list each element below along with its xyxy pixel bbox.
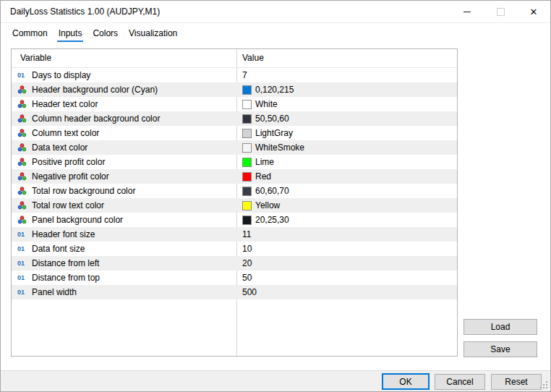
color-swatch: [242, 114, 252, 124]
value-text: Lime: [255, 155, 274, 169]
variable-label: Distance from left: [32, 256, 99, 270]
table-row[interactable]: Header text colorWhite: [12, 97, 457, 111]
titlebar: DailyLoss Statistics 1.00 (AUDJPY,M1) ✕: [1, 1, 550, 23]
color-input-icon: [17, 114, 28, 123]
number-input-icon: 01: [17, 256, 28, 270]
table-row[interactable]: 01Distance from top50: [12, 270, 457, 285]
ok-button[interactable]: OK: [382, 373, 430, 390]
variable-cell: 01Distance from left: [12, 256, 236, 270]
value-text: 7: [242, 68, 247, 82]
value-cell[interactable]: 500: [237, 285, 457, 299]
table-row[interactable]: 01Distance from left20: [12, 256, 457, 270]
color-input-icon: [17, 187, 28, 195]
color-input-icon: [17, 201, 28, 210]
minimize-button[interactable]: [450, 1, 484, 22]
color-input-icon: [17, 100, 28, 108]
variable-cell: Data text color: [12, 140, 236, 155]
variable-cell: 01Distance from top: [12, 270, 236, 285]
variable-cell: 01Days to display: [12, 68, 236, 82]
resize-grip-icon[interactable]: [539, 380, 548, 389]
table-row[interactable]: 01Days to display7: [12, 68, 457, 82]
table-row[interactable]: Header background color (Cyan)0,120,215: [12, 82, 457, 97]
reset-button[interactable]: Reset: [491, 374, 542, 390]
value-text: 11: [242, 227, 251, 242]
value-cell[interactable]: 20,25,30: [237, 213, 457, 227]
tab-common[interactable]: Common: [11, 28, 49, 42]
column-header-value: Value: [242, 49, 264, 67]
table-row[interactable]: Positive profit colorLime: [12, 155, 457, 169]
value-cell[interactable]: Red: [237, 169, 457, 184]
variable-label: Days to display: [32, 68, 90, 82]
table-row[interactable]: 01Data font size10: [12, 242, 457, 256]
variable-label: Distance from top: [32, 270, 100, 285]
load-button[interactable]: Load: [464, 319, 537, 335]
number-input-icon: 01: [17, 227, 28, 242]
value-cell[interactable]: LightGray: [237, 126, 457, 140]
table-row[interactable]: Column header background color50,50,60: [12, 111, 457, 126]
number-input-icon: 01: [17, 242, 28, 256]
value-cell[interactable]: 50: [237, 270, 457, 285]
value-cell[interactable]: 50,50,60: [237, 111, 457, 126]
table-row[interactable]: Panel background color20,25,30: [12, 213, 457, 227]
color-input-icon: [17, 172, 28, 181]
color-input-icon: [17, 143, 28, 152]
value-cell[interactable]: 11: [237, 227, 457, 242]
color-input-icon: [17, 129, 28, 137]
value-text: White: [255, 97, 278, 111]
variable-label: Total row text color: [32, 198, 104, 213]
value-text: 50,50,60: [255, 111, 289, 126]
close-button[interactable]: ✕: [517, 1, 550, 22]
table-row[interactable]: 01Header font size11: [12, 227, 457, 242]
value-cell[interactable]: Yellow: [237, 198, 457, 213]
variable-cell: Negative profit color: [12, 169, 236, 184]
value-cell[interactable]: 10: [237, 242, 457, 256]
color-input-icon: [17, 85, 28, 94]
value-text: 500: [242, 285, 257, 299]
value-cell[interactable]: White: [237, 97, 457, 111]
table-row[interactable]: Column text colorLightGray: [12, 126, 457, 140]
number-input-icon: 01: [17, 285, 28, 299]
variable-cell: Total row text color: [12, 198, 236, 213]
tab-colors[interactable]: Colors: [91, 28, 119, 42]
variable-cell: Header background color (Cyan): [12, 82, 236, 97]
color-swatch: [242, 201, 252, 210]
column-header-variable: Variable: [20, 49, 51, 67]
variable-label: Header font size: [32, 227, 95, 242]
value-text: 20: [242, 256, 252, 270]
table-row[interactable]: 01Panel width500: [12, 285, 457, 299]
variable-cell: Panel background color: [12, 213, 236, 227]
save-button[interactable]: Save: [464, 341, 537, 357]
value-cell[interactable]: 7: [237, 68, 457, 82]
window-title: DailyLoss Statistics 1.00 (AUDJPY,M1): [10, 1, 160, 22]
variable-cell: Column text color: [12, 126, 236, 140]
close-icon: ✕: [530, 7, 538, 17]
value-text: 50: [242, 270, 252, 285]
variable-label: Header background color (Cyan): [32, 82, 158, 97]
variable-cell: 01Data font size: [12, 242, 236, 256]
variable-cell: 01Header font size: [12, 227, 236, 242]
variable-cell: Positive profit color: [12, 155, 236, 169]
value-cell[interactable]: 20: [237, 256, 457, 270]
color-swatch: [242, 187, 252, 196]
value-text: 0,120,215: [255, 82, 294, 97]
inputs-table: Variable Value 01Days to display7Header …: [11, 48, 458, 357]
table-row[interactable]: Negative profit colorRed: [12, 169, 457, 184]
value-cell[interactable]: WhiteSmoke: [237, 140, 457, 155]
variable-label: Negative profit color: [32, 169, 109, 184]
variable-cell: Header text color: [12, 97, 236, 111]
table-row[interactable]: Total row background color60,60,70: [12, 184, 457, 198]
tab-inputs[interactable]: Inputs: [57, 28, 84, 42]
color-swatch: [242, 216, 252, 225]
table-row[interactable]: Total row text colorYellow: [12, 198, 457, 213]
variable-label: Panel width: [32, 285, 77, 299]
value-cell[interactable]: Lime: [237, 155, 457, 169]
table-row[interactable]: Data text colorWhiteSmoke: [12, 140, 457, 155]
value-cell[interactable]: 0,120,215: [237, 82, 457, 97]
variable-label: Panel background color: [32, 213, 123, 227]
value-text: Yellow: [255, 198, 280, 213]
tab-visualization[interactable]: Visualization: [127, 28, 179, 42]
variable-cell: Column header background color: [12, 111, 236, 126]
value-text: 10: [242, 242, 252, 256]
cancel-button[interactable]: Cancel: [435, 374, 485, 390]
value-cell[interactable]: 60,60,70: [237, 184, 457, 198]
